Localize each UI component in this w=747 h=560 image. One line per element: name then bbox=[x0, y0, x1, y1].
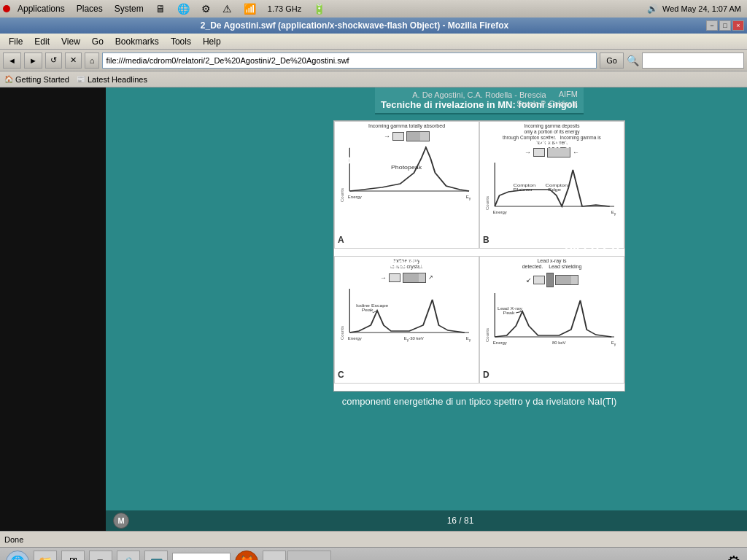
system-bar: Applications Places System 🖥 🌐 ⚙ ⚠ 📶 1.7… bbox=[0, 0, 747, 18]
diagram-c-letter: C bbox=[338, 370, 344, 380]
go-button[interactable]: Go bbox=[600, 52, 624, 69]
taskbar-icon-2[interactable] bbox=[287, 551, 331, 561]
label-picco-fotoelettrico: piccofotoelettrico bbox=[339, 136, 422, 168]
taskbar-search-input[interactable] bbox=[172, 553, 231, 561]
bookmark-label-getting-started: Getting Started bbox=[15, 75, 69, 84]
search-icon: 🔍 bbox=[627, 55, 639, 66]
volume-icon[interactable]: 🔊 bbox=[647, 4, 658, 14]
menu-help[interactable]: Help bbox=[197, 35, 227, 48]
menu-file[interactable]: File bbox=[3, 35, 28, 48]
slide-body: piccofotoelettrico picco fuga131I spalla… bbox=[333, 114, 625, 510]
right-labels: spalla compton picco Pb bbox=[523, 136, 619, 255]
maximize-button[interactable]: □ bbox=[719, 20, 731, 31]
taskbar-lock-icon[interactable]: 🔒 bbox=[117, 551, 140, 561]
diagram-c-x-end: Eγ bbox=[466, 336, 471, 342]
slide-m-button-left[interactable]: M bbox=[113, 513, 129, 529]
taskbar: 🌐 📁 🖥 ✏ 🔒 🪪 🦊 ⚙ bbox=[0, 547, 747, 560]
cpu-indicator: 1.73 GHz bbox=[263, 3, 306, 15]
system-bar-left: Applications Places System 🖥 🌐 ⚙ ⚠ 📶 1.7… bbox=[0, 1, 330, 16]
system-bar-right: 🔊 Wed May 24, 1:07 AM bbox=[647, 4, 747, 14]
menu-tools[interactable]: Tools bbox=[165, 35, 197, 48]
diagram-d: Lead x-ray isdetected. Lead shielding ↙ … bbox=[479, 256, 624, 384]
slide-author: A. De Agostini, C.A. Rodella - Brescia bbox=[381, 90, 578, 99]
menu-view[interactable]: View bbox=[55, 35, 86, 48]
bookmark-label-latest-headlines: Latest Headlines bbox=[88, 75, 147, 84]
diagram-c-gamma-row: → ↗ bbox=[380, 273, 433, 283]
slide-controls: M 16 / 81 ◄ ► ✕ bbox=[106, 510, 747, 531]
window-titlebar: 2_De Agostini.swf (application/x-shockwa… bbox=[0, 18, 747, 34]
diagram-c-x-label: Energy bbox=[348, 336, 362, 342]
diagram-a-x-end: Eγ bbox=[466, 195, 471, 201]
address-bar: ◄ ► ↺ ✕ ⌂ Go 🔍 bbox=[0, 50, 747, 71]
diagram-d-desc: Lead x-ray isdetected. Lead shielding bbox=[481, 258, 622, 271]
label-picco-fuga: picco fuga131I bbox=[339, 255, 422, 272]
search-input[interactable] bbox=[642, 52, 744, 69]
slide-caption: componenti energetiche di un tipico spet… bbox=[335, 392, 624, 411]
taskbar-firefox-icon[interactable]: 🦊 bbox=[235, 551, 258, 561]
diagram-d-x-label: Energy bbox=[493, 341, 507, 346]
url-input[interactable] bbox=[102, 52, 597, 69]
slide-page-indicator: 16 / 81 bbox=[447, 516, 474, 526]
system-menu[interactable]: System bbox=[110, 2, 148, 15]
reload-button[interactable]: ↺ bbox=[45, 52, 62, 69]
browser-icon[interactable]: 🌐 bbox=[173, 1, 194, 16]
bookmark-getting-started[interactable]: 🏠 Getting Started bbox=[4, 75, 69, 84]
taskbar-edit-icon[interactable]: ✏ bbox=[89, 551, 112, 561]
minimize-button[interactable]: − bbox=[706, 20, 718, 31]
battery-icon: 🔋 bbox=[309, 1, 330, 16]
diagram-c-x-mid: Eγ-30 keV bbox=[404, 336, 424, 342]
diagram-a-desc: Incoming gamma totally absorbed bbox=[336, 123, 477, 129]
left-labels: piccofotoelettrico picco fuga131I bbox=[339, 136, 422, 272]
diagram-d-gamma-row: ↙ bbox=[526, 273, 578, 287]
diagram-d-chart-area: Counts Lead X-ray Peak bbox=[485, 289, 619, 381]
diagram-d-x-labels: Energy 80 keV Eγ bbox=[490, 341, 619, 346]
taskbar-globe-icon[interactable]: 🌐 bbox=[6, 551, 29, 561]
bookmarks-bar: 🏠 Getting Started 📰 Latest Headlines bbox=[0, 71, 747, 88]
network-icon: 📶 bbox=[239, 1, 260, 16]
diagram-d-x-mid: 80 keV bbox=[552, 341, 566, 346]
home-button[interactable]: ⌂ bbox=[85, 52, 100, 69]
diagram-d-letter: D bbox=[483, 370, 489, 380]
menu-bookmarks[interactable]: Bookmarks bbox=[109, 35, 165, 48]
applications-menu[interactable]: Applications bbox=[13, 2, 69, 15]
menu-bar: File Edit View Go Bookmarks Tools Help bbox=[0, 34, 747, 50]
taskbar-extra-icons bbox=[263, 551, 331, 561]
slide-school: Scuola P. Caldirola bbox=[516, 100, 578, 108]
taskbar-terminal-icon[interactable]: 🖥 bbox=[61, 551, 85, 561]
settings-icon[interactable]: ⚙ bbox=[197, 1, 215, 16]
status-bar: Done bbox=[0, 531, 747, 547]
forward-button[interactable]: ► bbox=[24, 52, 42, 69]
main-content: A. De Agostini, C.A. Rodella - Brescia T… bbox=[0, 88, 747, 531]
taskbar-icon-1[interactable] bbox=[263, 551, 286, 561]
svg-text:Peak: Peak bbox=[503, 311, 515, 315]
diagram-d-x-end: Eγ bbox=[611, 341, 616, 346]
svg-text:Peak: Peak bbox=[362, 308, 374, 312]
alert-icon: ⚠ bbox=[218, 1, 236, 16]
status-text: Done bbox=[4, 535, 23, 544]
back-button[interactable]: ◄ bbox=[3, 52, 21, 69]
taskbar-filemanager-icon[interactable]: 📁 bbox=[34, 551, 57, 561]
bookmark-icon-getting-started: 🏠 bbox=[4, 75, 13, 83]
diagram-b-x-label: Energy bbox=[493, 210, 507, 216]
bookmark-latest-headlines[interactable]: 📰 Latest Headlines bbox=[77, 75, 147, 84]
close-button[interactable]: × bbox=[732, 20, 744, 31]
label-picco-pb: picco Pb bbox=[523, 240, 619, 256]
slide-org: AIFM bbox=[559, 90, 578, 98]
window-controls: − □ × bbox=[706, 20, 744, 31]
diagram-c: Iodine x-rayleaves crystal. → ↗ Counts bbox=[334, 256, 479, 384]
stop-button[interactable]: ✕ bbox=[65, 52, 82, 69]
taskbar-gear-icon[interactable]: ⚙ bbox=[727, 553, 741, 561]
diagram-c-x-labels: Energy Eγ-30 keV Eγ bbox=[345, 336, 473, 342]
file-manager-icon[interactable]: 🖥 bbox=[151, 1, 170, 16]
slide-area: A. De Agostini, C.A. Rodella - Brescia T… bbox=[106, 88, 747, 531]
diagram-d-svg: Lead X-ray Peak bbox=[490, 289, 619, 341]
datetime-label: Wed May 24, 1:07 AM bbox=[662, 4, 741, 13]
diagram-b-letter: B bbox=[483, 235, 489, 245]
diagram-c-svg: Iodine Escape Peak bbox=[345, 285, 473, 336]
taskbar-id-icon: 🪪 bbox=[144, 551, 168, 561]
places-menu[interactable]: Places bbox=[72, 2, 107, 15]
menu-edit[interactable]: Edit bbox=[28, 35, 55, 48]
label-spalla-compton: spalla compton bbox=[523, 136, 619, 152]
menu-go[interactable]: Go bbox=[86, 35, 109, 48]
window-title: 2_De Agostini.swf (application/x-shockwa… bbox=[3, 20, 706, 31]
